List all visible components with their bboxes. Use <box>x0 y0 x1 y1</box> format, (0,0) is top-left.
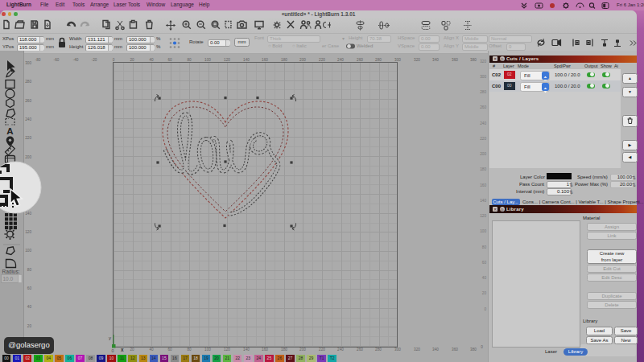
svg-text:A: A <box>6 126 13 136</box>
svg-text:0: 0 <box>112 348 114 353</box>
svg-text:y: y <box>109 335 111 340</box>
svg-text:Radius:: Radius: <box>2 269 20 274</box>
svg-text:x: x <box>121 347 124 352</box>
svg-text:10.0: 10.0 <box>3 276 14 282</box>
